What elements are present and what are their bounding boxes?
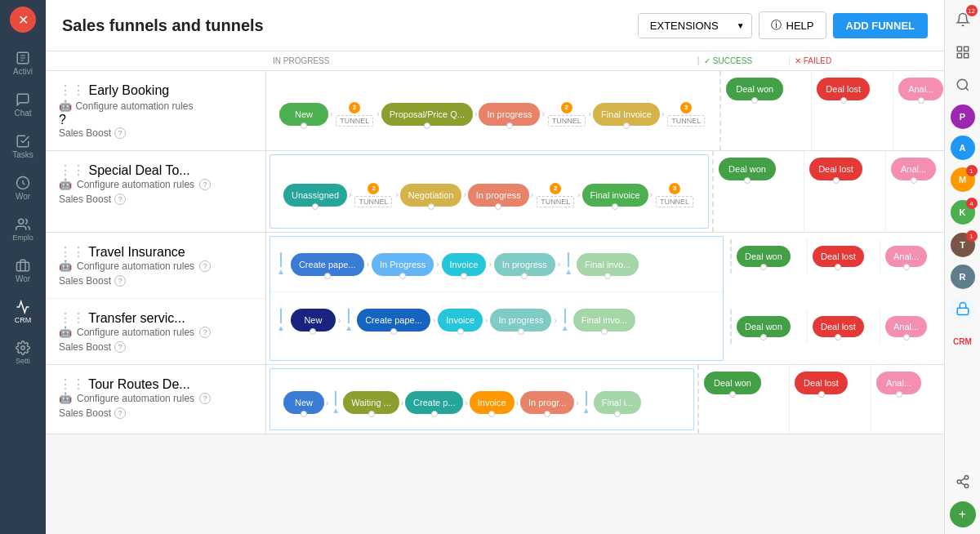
stage-deal-lost-early[interactable]: Deal lost bbox=[817, 78, 870, 100]
svg-rect-6 bbox=[964, 47, 968, 51]
stage-deal-lost-tour[interactable]: Deal lost bbox=[795, 372, 848, 394]
stage-inprogress-t2[interactable]: In progress bbox=[494, 253, 555, 276]
tunnel-label-2: TUNNEL bbox=[548, 115, 586, 127]
sales-boost-info-3[interactable]: ? bbox=[114, 275, 126, 287]
stage-unassigned[interactable]: Unassigned bbox=[283, 184, 347, 207]
avatar-user4-container[interactable]: K 4 bbox=[950, 199, 976, 225]
stage-deal-won-transfer[interactable]: Deal won bbox=[737, 316, 791, 337]
close-button[interactable]: ✕ bbox=[10, 7, 36, 33]
stage-inprogress-tr[interactable]: In progress bbox=[490, 309, 551, 332]
grid-icon[interactable] bbox=[950, 39, 976, 65]
in-progress-header-label: IN PROGRESS bbox=[266, 56, 697, 65]
stage-final-invo-t[interactable]: Final invo... bbox=[577, 253, 639, 276]
tunnel-label-sd1: TUNNEL bbox=[354, 196, 392, 207]
sales-boost-info-5[interactable]: ? bbox=[114, 407, 126, 419]
sales-boost-info-4[interactable]: ? bbox=[114, 341, 126, 353]
stage-inprogress[interactable]: In progress bbox=[479, 103, 540, 126]
notifications-icon[interactable]: 12 bbox=[950, 7, 976, 33]
sales-boost-special: Sales Boost ? bbox=[59, 194, 252, 205]
avatar-user5-container[interactable]: T 1 bbox=[950, 232, 976, 258]
sidebar-item-wor2[interactable]: Wor bbox=[0, 250, 46, 291]
stage-deal-won-tour[interactable]: Deal won bbox=[704, 372, 761, 394]
add-funnel-button[interactable]: ADD FUNNEL bbox=[833, 13, 929, 38]
sales-boost-info-icon[interactable]: ? bbox=[114, 127, 126, 139]
stage-anal-early[interactable]: Anal... bbox=[898, 78, 943, 100]
stage-waiting-tour[interactable]: Waiting ... bbox=[343, 391, 399, 414]
funnel-name-travel: ⋮⋮ Travel Insurance bbox=[59, 244, 252, 260]
stage-anal-tour[interactable]: Anal... bbox=[876, 372, 921, 394]
drag-handle-5[interactable]: ⋮⋮ bbox=[59, 377, 85, 391]
failed-col-transfer: Deal lost bbox=[807, 309, 876, 344]
stage-anal-transfer[interactable]: Anal... bbox=[885, 316, 927, 337]
config-info-4[interactable]: ? bbox=[199, 327, 211, 338]
sidebar-item-settings[interactable]: Setti bbox=[0, 332, 46, 373]
avatar-user6[interactable]: R bbox=[951, 265, 975, 289]
stage-final-i-tour[interactable]: Final i... bbox=[594, 391, 642, 414]
funnel-tour-routes: ⋮⋮ Tour Routes De... 🤖 Configure automat… bbox=[46, 365, 944, 434]
drag-handle-4[interactable]: ⋮⋮ bbox=[59, 311, 85, 325]
sidebar-item-activity[interactable]: Activi bbox=[0, 42, 46, 84]
stage-create-pape-t[interactable]: Create pape... bbox=[291, 253, 364, 276]
config-info-3[interactable]: ? bbox=[199, 260, 211, 272]
stage-deal-lost-sd[interactable]: Deal lost bbox=[809, 158, 862, 180]
config-info-icon[interactable]: ? bbox=[59, 113, 252, 127]
sidebar-item-wor1[interactable]: Wor bbox=[0, 167, 46, 209]
stages-line-special: Unassigned › 2 TUNNEL › Negotiation bbox=[277, 176, 702, 207]
stage-new-tr[interactable]: New bbox=[291, 309, 336, 332]
travel-stages: ▲ Create pape... › In Progress › bbox=[277, 252, 716, 276]
drag-handle-2[interactable]: ⋮⋮ bbox=[59, 163, 85, 177]
stage-invoice-tour[interactable]: Invoice bbox=[470, 391, 514, 414]
sidebar-item-employees[interactable]: Emplo bbox=[0, 209, 46, 250]
add-button[interactable]: + bbox=[950, 501, 976, 527]
vert-arrow-transfer3: ▲ bbox=[561, 309, 569, 332]
stage-create-p-tour[interactable]: Create p... bbox=[405, 391, 463, 414]
travel-transfer-left: ⋮⋮ Travel Insurance 🤖 Configure automati… bbox=[46, 233, 266, 364]
stage-proposal[interactable]: Proposal/Price Q... bbox=[381, 103, 473, 126]
stage-deal-won-early[interactable]: Deal won bbox=[726, 78, 783, 100]
stage-inprogr-tour[interactable]: In progr... bbox=[520, 391, 574, 414]
stage-create-pape-tr[interactable]: Create pape... bbox=[357, 309, 430, 332]
svg-rect-8 bbox=[964, 54, 968, 58]
svg-rect-10 bbox=[957, 308, 969, 314]
sidebar-item-chat[interactable]: Chat bbox=[0, 84, 46, 126]
anal-col-transfer: Anal... bbox=[880, 309, 941, 344]
funnel-name-tour: ⋮⋮ Tour Routes De... bbox=[59, 376, 252, 392]
stage-invoice-t[interactable]: Invoice bbox=[442, 253, 487, 276]
stage-deal-won-sd[interactable]: Deal won bbox=[719, 158, 776, 180]
stage-final-invo-tr[interactable]: Final invo... bbox=[573, 309, 635, 332]
stage-negotiation[interactable]: Negotiation bbox=[400, 184, 462, 207]
stage-inprogress-sd[interactable]: In progress bbox=[468, 184, 529, 207]
stage-final-invoice-sd[interactable]: Final invoice bbox=[582, 184, 648, 207]
drag-handle[interactable]: ⋮⋮ bbox=[59, 83, 85, 97]
notification-badge: 12 bbox=[966, 5, 978, 16]
lock-icon[interactable] bbox=[950, 296, 976, 322]
sidebar-item-crm[interactable]: CRM bbox=[0, 291, 46, 332]
extensions-arrow-button[interactable]: ▼ bbox=[730, 16, 751, 36]
stage-deal-won-travel[interactable]: Deal won bbox=[737, 246, 791, 267]
failed-col-tour: Deal lost bbox=[789, 365, 871, 434]
search-icon[interactable] bbox=[950, 72, 976, 98]
stage-invoice-tr[interactable]: Invoice bbox=[438, 309, 483, 332]
stage-new[interactable]: New bbox=[279, 103, 328, 126]
crm-icon[interactable]: CRM bbox=[950, 328, 976, 354]
stage-final-invoice[interactable]: Final Invoice bbox=[593, 103, 660, 126]
stage-new-tour[interactable]: New bbox=[283, 391, 324, 414]
stage-anal-travel[interactable]: Anal... bbox=[885, 246, 927, 267]
stage-deal-lost-travel[interactable]: Deal lost bbox=[813, 246, 864, 267]
config-info-5[interactable]: ? bbox=[199, 393, 211, 404]
sales-boost-info-2[interactable]: ? bbox=[114, 194, 126, 205]
share-icon[interactable] bbox=[950, 469, 976, 495]
success-failed-cols: Deal won Deal lost bbox=[727, 233, 944, 350]
extensions-main-button[interactable]: EXTENSIONS bbox=[639, 14, 730, 38]
stage-deal-lost-transfer[interactable]: Deal lost bbox=[813, 316, 864, 337]
funnel-info-early-booking: ⋮⋮ Early Booking 🤖 Configure automation … bbox=[46, 71, 266, 150]
avatar-user3-container[interactable]: M 1 bbox=[950, 167, 976, 193]
avatar-user2[interactable]: A bbox=[951, 136, 975, 160]
avatar-user1[interactable]: P bbox=[951, 105, 975, 129]
config-info-2[interactable]: ? bbox=[199, 179, 211, 190]
help-button[interactable]: ⓘ HELP bbox=[759, 11, 826, 39]
sidebar-item-tasks[interactable]: Tasks bbox=[0, 126, 46, 167]
drag-handle-3[interactable]: ⋮⋮ bbox=[59, 245, 85, 259]
stage-anal-sd[interactable]: Anal... bbox=[891, 158, 936, 180]
stage-in-progress-t[interactable]: In Progress bbox=[372, 253, 434, 276]
